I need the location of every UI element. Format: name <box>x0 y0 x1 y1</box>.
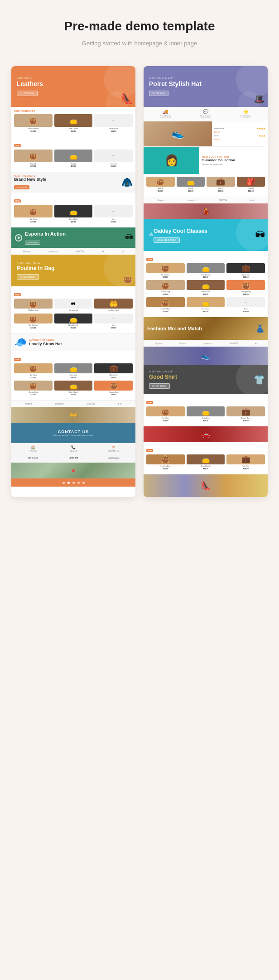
brand-naxon-2: NAXÓN <box>87 402 95 405</box>
product-thumb: 💼 <box>207 177 235 187</box>
product-thumb: 👜 <box>226 280 265 290</box>
demo-card-right[interactable]: A BRAND NEW Poiret Stylish Hat SHOP HAT … <box>144 66 268 497</box>
product-thumb: 👜 <box>14 150 53 162</box>
brand-icons: ❄ ★ <box>117 402 121 405</box>
product-price: $28.00 <box>226 468 265 470</box>
product-item[interactable]: 💼 Brown Tote $32.00 <box>226 406 265 422</box>
product-item[interactable]: 💼 Black Tote $35.00 <box>94 363 133 379</box>
product-price: $22.00 <box>187 468 225 470</box>
product-thumb: 👜 <box>146 263 185 273</box>
demo-card-leathers[interactable]: ESPOIRA Leathers SHOP NOW 👠 OUR PRODUCTS… <box>11 66 135 497</box>
product-item[interactable]: 👜 Tan Satchel $24.00 <box>146 263 185 279</box>
product-thumb: ··· <box>226 297 265 307</box>
product-item[interactable]: 👜 Tan Satchel $24.00 <box>14 314 53 329</box>
product-item[interactable]: 👜 Tan Bag $24.00 <box>14 205 53 223</box>
product-price: $18.00 <box>187 276 225 278</box>
oakley-btn[interactable]: VIEW GLASSES <box>154 237 180 243</box>
product-thumb: 👜 <box>146 177 175 187</box>
product-item[interactable]: 👜 Tan Shoulder $24.00 <box>14 114 53 132</box>
product-item[interactable]: 💼 Black Tote $32.00 <box>226 263 265 279</box>
shoe-name: Oxford Shoe <box>214 127 224 130</box>
brand-cal-2: calefacci <box>55 402 64 405</box>
shoe-item[interactable]: Oxford Shoe ★★★★ <box>214 127 265 130</box>
product-thumb: 💼 <box>226 454 265 464</box>
product-price: $20.00 <box>187 310 225 313</box>
product-item[interactable]: 👝 Black Bag $28.00 <box>54 205 93 223</box>
action-btn[interactable]: SHOP NOW <box>25 241 40 245</box>
product-item[interactable]: 👜 Tan Bag $22.00 <box>14 363 53 379</box>
product-section-shirt-2: NEW 👜 Leather Bag $35.00 👝 Dark Clutch $… <box>144 442 268 474</box>
product-item[interactable]: 👝 Dark Clutch $22.00 <box>187 454 225 470</box>
brands-bar-r2: Papiro Patron calefacci NAXÓN ❄ <box>144 340 268 347</box>
product-item[interactable]: 🤲 Leather Glove <box>94 299 133 312</box>
product-item[interactable]: ··· Item $20.00 <box>94 314 133 329</box>
product-item[interactable]: 👜 Bag A $24.00 <box>146 177 175 192</box>
hero-decoration: 👠 <box>120 93 133 105</box>
product-item[interactable]: 👜 Leather Bag $35.00 <box>146 454 185 470</box>
product-item[interactable]: 👝 Gray Bag $18.00 <box>187 406 225 422</box>
product-price: $29.00 <box>226 293 265 295</box>
product-item[interactable]: ··· Item 03 $15.00 <box>94 150 133 168</box>
pouline-title: Pouline In Bag <box>17 265 54 271</box>
poiret-btn[interactable]: SHOP HAT <box>149 91 168 96</box>
shoe-feature-row: 👟 Oxford Shoe ★★★★ $45.00 Loafer ★★★ $38… <box>144 121 268 146</box>
teal-promo-section: 👩 NEW LOOK FOR YOU Summer Collection Dis… <box>144 147 268 174</box>
sub-hero-title: Brand New Style <box>14 177 121 182</box>
product-item[interactable]: 👝 Gray Bag $26.00 <box>54 363 93 379</box>
contact-us-section: CONTACT US Have any questions? Lorem ips… <box>11 423 135 487</box>
product-item[interactable]: 👜 Bag 01 $22.00 <box>14 150 53 168</box>
product-item[interactable]: 👜 Brown Bag $26.00 <box>146 280 185 295</box>
product-thumb: 👝 <box>187 263 225 273</box>
hero-text-leathers: ESPOIRA Leathers SHOP NOW <box>17 77 43 96</box>
product-item[interactable]: ··· Lace Heels $36.00 <box>94 114 133 132</box>
product-item[interactable]: 👝 Dark Clutch $18.00 <box>54 114 93 132</box>
product-price: $30.00 <box>177 190 205 192</box>
product-price: $22.00 <box>14 165 53 167</box>
sub-hero-btn[interactable]: SHOP MORE <box>14 185 29 189</box>
support-icon: 💬 <box>187 109 225 114</box>
blurred-fashion-icon: 👟 <box>201 352 210 360</box>
brand-papiro-2: Papiro <box>25 402 33 405</box>
feature-support: 💬 Chat Support Always available <box>187 109 225 119</box>
product-item[interactable]: 👝 Bag B $30.00 <box>177 177 205 192</box>
product-item[interactable]: 👝 Tan Pouch $20.00 <box>187 297 225 313</box>
hero-text-oakley: Oakley Cool Glasses VIEW GLASSES <box>154 227 207 242</box>
product-item[interactable]: 👜 Orange Bag $32.00 <box>94 381 133 396</box>
product-item[interactable]: 👝 Dark Clutch $29.00 <box>54 381 93 396</box>
product-item[interactable]: 👝 Dark Clutch $22.00 <box>187 280 225 295</box>
shirt-btn[interactable]: SHOP NOW <box>149 383 170 389</box>
shoe-item-2[interactable]: Loafer ★★★ <box>214 134 265 137</box>
visit-label: VISIT US <box>13 450 53 452</box>
product-item[interactable]: 👜 Tan Bag $24.00 <box>146 406 185 422</box>
product-item[interactable]: 👜 Walking Bag <box>14 299 53 312</box>
hero-banner-shirt: A BRAND NEW Good Shirt SHOP NOW 👕 <box>144 365 268 394</box>
product-item[interactable]: ··· Item $12.00 <box>94 205 133 223</box>
points-icon: ⭐ <box>226 109 265 114</box>
product-item[interactable]: 👝 Gray Pouch $18.00 <box>187 263 225 279</box>
oakley-image: 🕶 <box>255 229 265 241</box>
product-row-straw: 👜 Tan Bag $22.00 👝 Gray Bag $26.00 💼 Bla… <box>14 363 133 379</box>
product-item[interactable]: 👝 Black Pouch $18.00 <box>54 314 93 329</box>
car-image-bar: 🚗 <box>144 426 268 442</box>
play-icon[interactable] <box>15 234 22 241</box>
product-row: 👜 Tan Shoulder $24.00 👝 Dark Clutch $18.… <box>14 114 133 132</box>
product-price: $20.00 <box>94 327 133 329</box>
product-price: $19.00 <box>14 393 53 396</box>
product-item[interactable]: 🕶 Sunglasses <box>54 299 93 312</box>
product-item[interactable]: ··· Item $16.00 <box>226 297 265 313</box>
product-item[interactable]: 👜 Leather Bag $35.00 <box>146 297 185 313</box>
call-value: +1 800 000 <box>69 457 78 459</box>
hero-text-shirt: A BRAND NEW Good Shirt SHOP NOW <box>149 370 177 388</box>
product-item[interactable]: 🎒 Pack D $22.00 <box>237 177 265 192</box>
shoe-image: 👟 <box>144 121 212 146</box>
product-thumb: ··· <box>94 314 133 323</box>
product-item[interactable]: 💼 Tan Tote $28.00 <box>226 454 265 470</box>
pouline-btn[interactable]: LOOK MORE <box>17 274 39 280</box>
product-item[interactable]: 👜 Orange Bag $29.00 <box>226 280 265 295</box>
product-item[interactable]: 💼 Tote C $28.00 <box>207 177 235 192</box>
product-item[interactable]: 👝 Bag 02 $26.00 <box>54 150 93 168</box>
product-thumb: ··· <box>94 205 133 217</box>
brand-r2-b: Patron <box>179 342 186 345</box>
hero-btn-leathers[interactable]: SHOP NOW <box>17 91 38 96</box>
product-item[interactable]: 👜 Brown Bag $19.00 <box>14 381 53 396</box>
